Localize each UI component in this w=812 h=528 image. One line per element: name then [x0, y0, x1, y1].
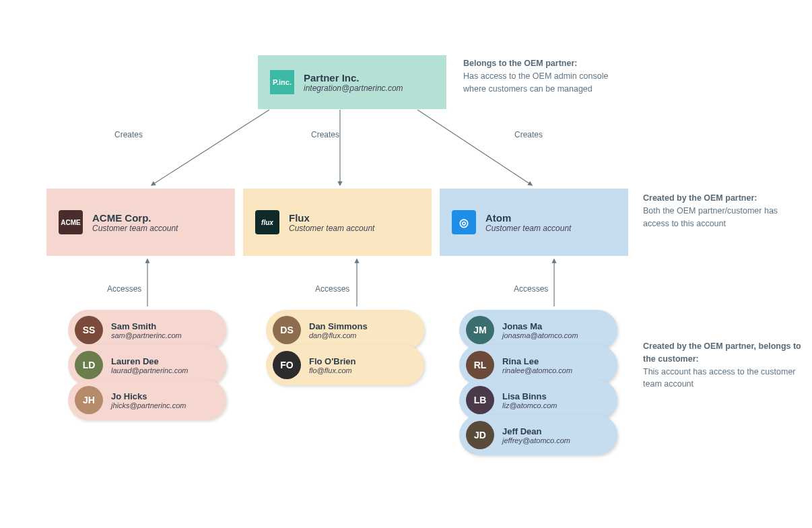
- user-pill: DSDan Simmonsdan@flux.com: [266, 310, 424, 350]
- user-email: liz@atomco.com: [502, 401, 557, 409]
- customer-box-atom: ◎ Atom Customer team account: [440, 189, 628, 256]
- partner-email: integration@partnerinc.com: [304, 84, 403, 93]
- user-email: flo@flux.com: [309, 366, 356, 374]
- user-pill: JDJeff Deanjeffrey@atomco.com: [459, 415, 617, 455]
- avatar: FO: [273, 351, 301, 379]
- avatar: RL: [466, 351, 494, 379]
- user-pill: SSSam Smithsam@partnerinc.com: [68, 310, 226, 350]
- annotation-partner-title: Belongs to the OEM partner:: [463, 59, 577, 68]
- user-name: Rina Lee: [502, 356, 572, 366]
- user-name: Jo Hicks: [111, 391, 186, 401]
- edge-label-creates: Creates: [114, 130, 143, 139]
- user-email: jeffrey@atomco.com: [502, 436, 570, 444]
- avatar: DS: [273, 316, 301, 344]
- flux-subtitle: Customer team account: [289, 224, 374, 233]
- user-name: Jeff Dean: [502, 426, 570, 436]
- edge-label-accesses: Accesses: [107, 284, 141, 294]
- acme-logo: ACME: [59, 210, 83, 234]
- user-pill: JHJo Hicksjhicks@partnerinc.com: [68, 380, 226, 420]
- user-stack-acme: SSSam Smithsam@partnerinc.comLDLauren De…: [68, 310, 226, 415]
- avatar: LB: [466, 386, 494, 414]
- user-email: jonasma@atomco.com: [502, 331, 578, 339]
- annotation-user-body: This account has access to the customer …: [643, 367, 796, 389]
- user-email: jhicks@partnerinc.com: [111, 401, 186, 409]
- user-name: Sam Smith: [111, 321, 182, 331]
- user-pill: LBLisa Binnsliz@atomco.com: [459, 380, 617, 420]
- annotation-partner-body: Has access to the OEM admin console wher…: [463, 71, 608, 94]
- partner-logo: P.inc.: [270, 70, 294, 94]
- user-pill: RLRina Leerinalee@atomco.com: [459, 345, 617, 385]
- avatar: SS: [75, 316, 103, 344]
- user-email: rinalee@atomco.com: [502, 366, 572, 374]
- user-email: sam@partnerinc.com: [111, 331, 182, 339]
- partner-box: P.inc. Partner Inc. integration@partneri…: [258, 55, 446, 109]
- user-stack-atom: JMJonas Majonasma@atomco.comRLRina Leeri…: [459, 310, 617, 450]
- user-pill: FOFlo O'Brienflo@flux.com: [266, 345, 424, 385]
- user-name: Flo O'Brien: [309, 356, 356, 366]
- annotation-user-title: Created by the OEM partner, belongs to t…: [643, 341, 801, 364]
- flux-name: Flux: [289, 212, 374, 224]
- customer-box-flux: flux Flux Customer team account: [243, 189, 432, 256]
- user-pill: LDLauren Deelaurad@partnerinc.com: [68, 345, 226, 385]
- edge-label-creates: Creates: [311, 130, 339, 139]
- annotation-customer-title: Created by the OEM partner:: [643, 193, 757, 203]
- flux-logo: flux: [255, 210, 279, 234]
- atom-name: Atom: [485, 212, 571, 224]
- annotation-customer: Created by the OEM partner: Both the OEM…: [643, 192, 805, 230]
- avatar: JH: [75, 386, 103, 414]
- user-email: dan@flux.com: [309, 331, 368, 339]
- partner-name: Partner Inc.: [304, 72, 403, 84]
- edge-label-accesses: Accesses: [315, 284, 349, 294]
- user-pill: JMJonas Majonasma@atomco.com: [459, 310, 617, 350]
- customer-box-acme: ACME ACME Corp. Customer team account: [46, 189, 235, 256]
- acme-subtitle: Customer team account: [92, 224, 178, 233]
- user-name: Jonas Ma: [502, 321, 578, 331]
- avatar: LD: [75, 351, 103, 379]
- svg-line-2: [417, 110, 532, 185]
- user-name: Lisa Binns: [502, 391, 557, 401]
- svg-line-0: [151, 110, 269, 185]
- acme-name: ACME Corp.: [92, 212, 178, 224]
- edge-label-creates: Creates: [514, 130, 543, 139]
- avatar: JD: [466, 421, 494, 449]
- user-name: Lauren Dee: [111, 356, 189, 366]
- user-email: laurad@partnerinc.com: [111, 366, 189, 374]
- user-name: Dan Simmons: [309, 321, 368, 331]
- user-stack-flux: DSDan Simmonsdan@flux.comFOFlo O'Brienfl…: [266, 310, 424, 380]
- annotation-user: Created by the OEM partner, belongs to t…: [643, 340, 805, 391]
- atom-subtitle: Customer team account: [485, 224, 571, 233]
- annotation-partner: Belongs to the OEM partner: Has access t…: [463, 57, 625, 95]
- annotation-customer-body: Both the OEM partner/customer has access…: [643, 206, 778, 228]
- avatar: JM: [466, 316, 494, 344]
- atom-logo: ◎: [452, 210, 476, 234]
- edge-label-accesses: Accesses: [514, 284, 548, 294]
